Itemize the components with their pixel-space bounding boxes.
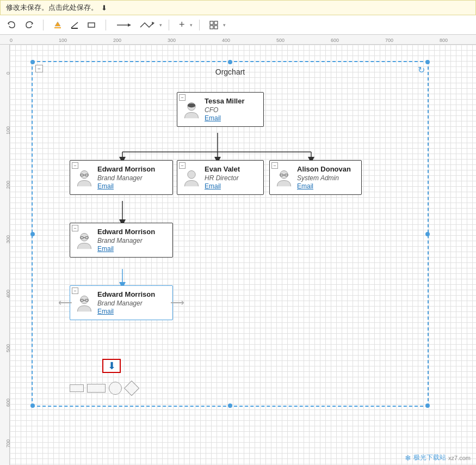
- sep3: [169, 20, 169, 30]
- resize-handle-tm[interactable]: [228, 60, 232, 64]
- resize-handle-bl[interactable]: [30, 403, 35, 408]
- edward3-avatar: [75, 293, 94, 313]
- fill-icon: [53, 21, 62, 29]
- cfo-avatar: [182, 100, 201, 119]
- undo-button[interactable]: [4, 19, 20, 31]
- grid-icon: [209, 21, 218, 29]
- watermark-url: xz7.com: [448, 455, 471, 461]
- resize-handle-br[interactable]: [425, 403, 430, 408]
- sep4: [199, 20, 200, 30]
- ruler-mark-700: 700: [385, 38, 393, 43]
- resize-handle-ml[interactable]: [30, 232, 35, 236]
- resize-handle-bm[interactable]: [228, 403, 232, 408]
- grid-button[interactable]: [206, 19, 221, 31]
- ruler-mark-400: 400: [222, 38, 230, 43]
- sep1: [43, 20, 44, 30]
- edward2-avatar: [75, 230, 94, 250]
- svg-rect-8: [210, 26, 213, 29]
- edward3-name: Edward Morrison: [97, 290, 167, 299]
- container-collapse-btn[interactable]: −: [35, 65, 43, 72]
- cfo-name: Tessa Miller: [205, 97, 258, 106]
- alison-name: Alison Donovan: [297, 165, 356, 174]
- sep2: [106, 20, 106, 30]
- ruler-vertical: 0 100 200 300 400 500 600 700: [0, 45, 10, 465]
- fill-color-button[interactable]: [50, 19, 65, 31]
- evan-name: Evan Valet: [205, 165, 258, 174]
- edward3-avatar-svg: [75, 293, 94, 313]
- canvas-area: 0 100 200 300 400 500 600 700 − ↻ Orgcha…: [0, 45, 476, 465]
- ruler-mark-800: 800: [440, 38, 448, 43]
- shape-rect-small[interactable]: [70, 384, 84, 392]
- add-shape-arrow-icon: ⬇: [108, 360, 116, 372]
- canvas[interactable]: − ↻ Orgchart: [10, 45, 476, 465]
- edward3-card[interactable]: − Edward Morrison Brand Manager Email ⟵ …: [70, 285, 173, 320]
- edward1-name: Edward Morrison: [97, 165, 167, 174]
- shape-rect-wide[interactable]: [87, 384, 106, 393]
- cfo-role: CFO: [205, 106, 258, 115]
- shape-diamond-wrapper[interactable]: [125, 382, 138, 395]
- alison-avatar: [274, 168, 294, 187]
- connector-button[interactable]: [113, 19, 134, 31]
- resize-handle-tl[interactable]: [30, 60, 35, 64]
- save-download-icon[interactable]: ⬇: [101, 4, 107, 12]
- edward3-role: Brand Manager: [97, 299, 167, 308]
- watermark: ❄ 极光下载站 xz7.com: [405, 453, 471, 462]
- resize-handle-mr[interactable]: [425, 232, 430, 236]
- redo-icon: [24, 21, 33, 29]
- orgchart-container[interactable]: − ↻ Orgchart: [32, 61, 429, 407]
- evan-role: HR Director: [205, 174, 258, 183]
- cfo-email[interactable]: Email: [205, 114, 258, 122]
- svg-point-33: [81, 296, 88, 304]
- alison-email[interactable]: Email: [297, 182, 356, 190]
- line-color-icon: [70, 21, 79, 29]
- svg-rect-1: [71, 28, 78, 29]
- insert-button[interactable]: +: [176, 17, 188, 32]
- waypoint-icon: [139, 21, 154, 29]
- edward1-card[interactable]: − Edward Morrison Brand Manager Email: [70, 160, 173, 195]
- toolbar-group-connectors: ▾: [113, 19, 162, 31]
- evan-card[interactable]: − Evan Valet HR Director Email: [177, 160, 264, 195]
- shape-circle[interactable]: [109, 382, 122, 395]
- notification-bar[interactable]: 修改未保存。点击此处保存。 ⬇: [0, 0, 476, 15]
- orgchart-title: Orgchart: [215, 68, 245, 76]
- toolbar: ▾ + ▾ ▾: [0, 15, 476, 35]
- edward2-role: Brand Manager: [97, 237, 167, 246]
- svg-rect-6: [210, 21, 213, 25]
- border-icon: [87, 21, 96, 29]
- shape-diamond[interactable]: [124, 381, 139, 396]
- svg-point-20: [81, 171, 88, 179]
- watermark-text: 极光下载站: [413, 453, 446, 462]
- evan-avatar: [182, 168, 201, 187]
- line-color-button[interactable]: [67, 19, 82, 31]
- connector-icon: [116, 21, 131, 29]
- shape-palette: [70, 382, 138, 395]
- ruler-mark-100: 100: [59, 38, 67, 43]
- edward1-role: Brand Manager: [97, 174, 167, 183]
- toolbar-group-insert: + ▾: [176, 17, 193, 32]
- edward2-name: Edward Morrison: [97, 228, 167, 237]
- evan-email[interactable]: Email: [205, 182, 258, 190]
- cfo-card[interactable]: − Tessa Miller CFO Email: [177, 92, 264, 127]
- ruler-mark-600: 600: [331, 38, 339, 43]
- border-button[interactable]: [84, 19, 99, 31]
- alison-card[interactable]: − Alison Donovan System Admin Email: [269, 160, 362, 195]
- waypoint-button[interactable]: [136, 19, 158, 31]
- ruler-horizontal: 0 100 200 300 400 500 600 700 800: [0, 35, 476, 45]
- ruler-mark-300: 300: [168, 38, 176, 43]
- edward2-card[interactable]: − Edward Morrison Brand Manager Email: [70, 223, 173, 258]
- svg-point-29: [81, 234, 88, 241]
- edward2-email[interactable]: Email: [97, 245, 167, 253]
- alison-avatar-svg: [274, 168, 294, 187]
- svg-point-25: [280, 171, 288, 179]
- svg-rect-7: [214, 21, 218, 25]
- redo-button[interactable]: [21, 19, 36, 31]
- edward1-email[interactable]: Email: [97, 182, 167, 190]
- add-shape-button[interactable]: ⬇: [102, 359, 121, 373]
- resize-handle-tr[interactable]: [425, 60, 430, 64]
- refresh-btn[interactable]: ↻: [418, 65, 425, 75]
- svg-point-19: [188, 103, 195, 107]
- right-arrow[interactable]: ⟶: [170, 297, 184, 309]
- edward3-email[interactable]: Email: [97, 308, 167, 315]
- left-arrow[interactable]: ⟵: [58, 297, 72, 309]
- ruler-mark-500: 500: [276, 38, 285, 43]
